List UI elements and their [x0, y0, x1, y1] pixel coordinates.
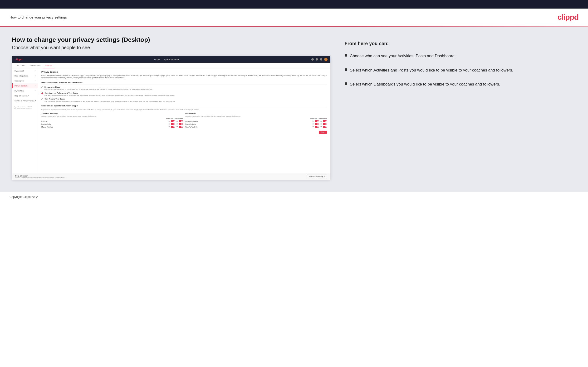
mockup-drills-coaches-toggle — [171, 123, 175, 125]
right-panel: From here you can: Choose who can see yo… — [345, 36, 576, 180]
copyright-text: Copyright Clippd 2022 — [9, 195, 38, 199]
mockup-save-button: Save — [319, 131, 327, 134]
mockup-who-title: Who Can See Your Activities and Dashboar… — [41, 82, 327, 85]
bullet-item-2: Select which Activities and Posts you wo… — [345, 67, 576, 73]
mockup-search-icon — [311, 58, 314, 61]
mockup-privacy-desc: Control how you and your data appears to… — [41, 74, 327, 79]
mockup-dashboards-title: Dashboards — [185, 113, 327, 115]
mockup-radio-everyone: Everyone on Clippd Everyone on Clippd ca… — [41, 86, 327, 90]
mockup-sidebar-data-integrations: Data Integrations › — [12, 73, 38, 78]
mockup-nav-links: Home My Performance — [154, 58, 179, 61]
mockup-work-coaches-toggle — [315, 126, 319, 128]
mockup-body: My Account › Data Integrations › Subscri… — [12, 68, 330, 173]
mockup-player-coaches-toggle — [315, 120, 319, 122]
mockup-drills-followers-toggle — [179, 123, 183, 125]
mockup-toggle-manual: Manual Activities ON ON — [41, 126, 183, 128]
mockup-tabs: My Profile Connections Settings — [12, 63, 330, 68]
mockup-toggle-round-insights: Round Insights ON ON — [185, 123, 327, 125]
mockup-sidebar-my-account: My Account › — [12, 68, 38, 73]
top-bar — [0, 0, 588, 8]
mockup-help-title: Help & Support — [15, 175, 65, 177]
mockup-radio-everyone-desc: Everyone on Clippd can search for you an… — [44, 88, 153, 90]
mockup-activities-desc: Select the types of activity that you'd … — [41, 116, 183, 117]
mockup-visit-community-button: Visit Our Community ↗ — [307, 175, 327, 178]
from-here-title: From here you can: — [345, 41, 576, 46]
mockup-sidebar: My Account › Data Integrations › Subscri… — [12, 68, 38, 173]
mockup-radio-followers: Only Approved Followers and Your Coach O… — [41, 92, 327, 96]
mockup-radio-dot — [41, 86, 43, 88]
mockup-activities-panel: Activities and Posts Select the types of… — [41, 113, 183, 129]
bullet-item-3: Select which Dashboards you would like t… — [345, 81, 576, 87]
mockup-dashboards-toggle-header: COACHES FOLLOWERS — [185, 118, 327, 119]
mockup-activities-title: Activities and Posts — [41, 113, 183, 115]
mockup-radio-only-you-label: Only You and Your Coach — [44, 98, 175, 100]
header-title: How to change your privacy settings — [9, 15, 67, 19]
mockup-features-title: Show or hide specific features in Clippd — [41, 105, 327, 108]
mockup-sidebar-privacy-controls: Privacy Controls › — [12, 83, 38, 88]
mockup-settings-icon — [320, 58, 322, 61]
mockup-insights-followers-toggle — [323, 123, 327, 125]
mockup-player-followers-toggle — [323, 120, 327, 122]
bullet-list: Choose who can see your Activities, Post… — [345, 53, 576, 87]
bullet-square-icon — [345, 83, 347, 85]
bullet-text-1: Choose who can see your Activities, Post… — [350, 53, 456, 59]
mockup-nav-performance: My Performance — [164, 58, 179, 61]
mockup-sidebar-help: Help & Support ↗ — [12, 93, 38, 98]
mockup-activities-toggle-header: COACHES FOLLOWERS — [41, 118, 183, 119]
mockup-manual-followers-toggle — [179, 126, 183, 128]
chevron-right-icon: › — [35, 90, 36, 92]
logo: clippd — [558, 13, 579, 22]
chevron-right-icon: › — [35, 70, 36, 72]
header: How to change your privacy settings clip… — [0, 8, 588, 26]
bullet-text-3: Select which Dashboards you would like t… — [350, 81, 500, 87]
chevron-right-icon: › — [35, 80, 36, 82]
mockup-features-desc: Regardless of the privacy controls that … — [41, 109, 327, 111]
mockup-tab-profile: My Profile — [14, 63, 28, 68]
chevron-right-icon: › — [35, 75, 36, 77]
mockup-toggle-what-to-work: What To Work On ON ON — [185, 126, 327, 128]
chevron-right-icon: › — [35, 85, 36, 87]
mockup-features-grid: Activities and Posts Select the types of… — [41, 113, 327, 129]
mockup-manual-coaches-toggle — [171, 126, 175, 128]
mockup-radio-everyone-label: Everyone on Clippd — [44, 86, 153, 88]
mockup-rounds-coaches-toggle — [171, 120, 175, 122]
page-heading: How to change your privacy settings (Des… — [12, 36, 330, 43]
mockup-bell-icon — [316, 58, 318, 61]
mockup-nav-icons — [311, 58, 328, 61]
bullet-square-icon — [345, 54, 347, 57]
mockup-dashboards-desc: Select the types of activity that you'd … — [185, 116, 327, 117]
mockup-logo: clippd — [15, 58, 22, 61]
mockup-radio-only-you: Only You and Your Coach Only you and the… — [41, 98, 327, 102]
mockup-sidebar-privacy-policy: Service & Privacy Policy ↗ — [12, 98, 38, 103]
mockup-main-panel: Privacy Controls Control how you and you… — [38, 68, 330, 173]
mockup-dashboards-panel: Dashboards Select the types of activity … — [185, 113, 327, 129]
mockup-radio-dot2 — [41, 98, 43, 100]
mockup-toggle-rounds: Rounds ON ON — [41, 120, 183, 122]
mockup-toggle-drills: Practice Drills ON ON — [41, 123, 183, 125]
mockup-sidebar-golf-bag: My Golf Bag › — [12, 88, 38, 93]
page-subheading: Choose what you want people to see — [12, 45, 330, 50]
mockup-rounds-followers-toggle — [179, 120, 183, 122]
mockup-nav: clippd Home My Performance — [12, 56, 330, 63]
bullet-text-2: Select which Activities and Posts you wo… — [350, 67, 513, 73]
footer: Copyright Clippd 2022 — [0, 192, 588, 202]
mockup-insights-coaches-toggle — [315, 123, 319, 125]
mockup-work-followers-toggle — [323, 126, 327, 128]
mockup-radio-only-you-desc: Only you and the coaches you connect wit… — [44, 100, 175, 102]
mockup-save-row: Save — [41, 131, 327, 134]
mockup-nav-home: Home — [154, 58, 160, 61]
mockup-toggle-player-dashboard: Player Dashboard ON ON — [185, 120, 327, 122]
mockup-radio-followers-label: Only Approved Followers and Your Coach — [44, 92, 175, 94]
mockup-screenshot: clippd Home My Performance My Profile Co… — [12, 56, 330, 180]
mockup-radio-dot-selected — [41, 92, 43, 94]
mockup-help-bar: Help & Support Visit our Clippd communit… — [12, 173, 330, 180]
mockup-help-desc: Visit our Clippd community to troublesho… — [15, 177, 65, 178]
mockup-tab-connections: Connections — [28, 63, 43, 68]
mockup-avatar — [324, 58, 328, 61]
mockup-radio-followers-desc: Only approved followers and coaches you … — [44, 94, 175, 96]
bullet-square-icon — [345, 68, 347, 71]
mockup-sidebar-subscription: Subscription › — [12, 78, 38, 83]
mockup-privacy-title: Privacy Controls — [41, 71, 327, 73]
mockup-version-info: Clippd Client Version: 2022.8.2SQL Serve… — [12, 104, 38, 111]
bullet-item-1: Choose who can see your Activities, Post… — [345, 53, 576, 59]
